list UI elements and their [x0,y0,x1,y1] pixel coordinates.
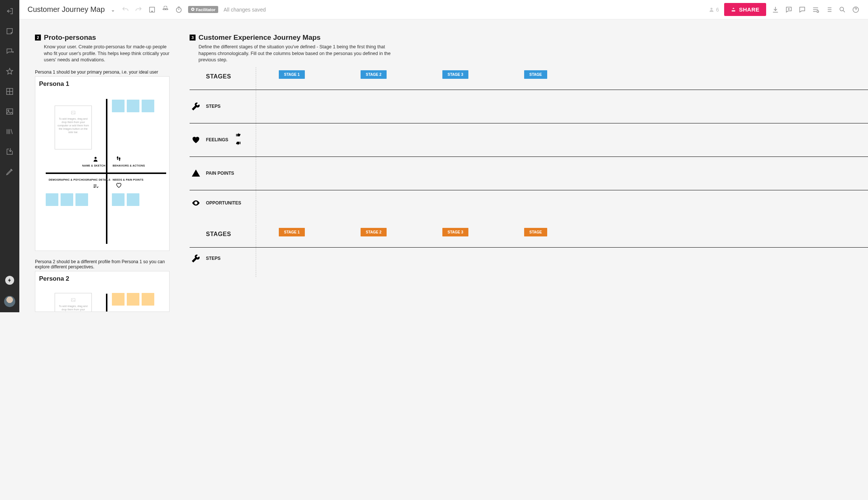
document-title[interactable]: Customer Journey Map [28,5,105,14]
list-check-icon [93,184,99,191]
sticky-note[interactable] [46,193,58,206]
heart-outline-icon [116,182,122,190]
quadrant-vline [106,99,107,244]
persona1-title: Persona 1 [39,80,165,88]
comment-arrow-icon[interactable] [5,47,14,56]
persona2-card[interactable]: Persona 2 To add images, drag and drop t… [35,271,170,312]
stage-chip[interactable]: STAGE [524,70,541,79]
quadrant-hline [46,172,166,174]
user-avatar[interactable] [4,296,15,307]
svg-point-13 [119,157,120,160]
thumbs-down-icon [236,141,241,148]
svg-point-2 [8,110,9,111]
topbar: Customer Journey Map ⌄ Facilitator All c… [19,0,541,19]
section-title: Proto-personas [44,33,96,42]
stage-chip[interactable]: STAGE 1 [279,70,305,79]
quad-label-tr: BEHAVIORS & ACTIONS [113,164,145,167]
lane-feelings[interactable]: FEELINGS [190,123,541,157]
private-mode-icon[interactable] [161,6,170,14]
journey-map-2[interactable]: STAGES STAGE 1 STAGE 2 STAGE 3 STAGE STE… [190,231,541,270]
sticky-note[interactable] [112,100,125,112]
section-proto-personas: 2 Proto-personas Know your user. Create … [35,33,170,312]
lane-steps[interactable]: STEPS [190,90,541,123]
sticky-note[interactable] [112,293,125,306]
stage-chip[interactable]: STAGE 2 [361,228,387,236]
sticky-note[interactable] [112,193,125,206]
lane-steps[interactable]: STEPS [190,247,541,270]
pointer-icon[interactable] [148,6,156,14]
svg-rect-14 [119,160,120,161]
quad-label-bl: DEMOGRAPHIC & PSYCHOGRAPHIC DETAILS [49,178,110,181]
stage-chip[interactable]: STAGE 3 [442,70,468,79]
exit-icon[interactable] [5,7,14,16]
bolt-icon[interactable] [5,276,14,285]
lane-opportunities[interactable]: OPPORTUNITES [190,190,541,216]
wrench-icon [190,254,202,263]
timer-icon[interactable] [175,6,183,14]
sticky-note[interactable] [61,193,73,206]
stages-label: STAGES [206,231,231,238]
undo-icon[interactable] [121,6,129,14]
redo-icon[interactable] [135,6,143,14]
svg-rect-12 [117,159,118,160]
save-status: All changes saved [223,7,266,13]
import-icon[interactable] [5,147,14,156]
warning-icon [190,169,202,178]
lane-pain-points[interactable]: PAIN POINTS [190,157,541,190]
section-number: 3 [190,35,196,41]
section-number: 2 [35,35,41,41]
quad-label-br: NEEDS & PAIN POINTS [113,178,143,181]
svg-point-4 [152,10,153,12]
sticky-note[interactable] [142,293,154,306]
stage-chip[interactable]: STAGE 2 [361,70,387,79]
journey-map-1[interactable]: STAGES STAGE 1 STAGE 2 STAGE 3 STAGE STE… [190,73,541,216]
sticky-note[interactable] [127,100,139,112]
stage-chip[interactable]: STAGE 3 [442,228,468,236]
persona1-card[interactable]: Persona 1 To add images, drag and drop t… [35,76,170,251]
title-chevron-down-icon[interactable]: ⌄ [110,7,116,13]
svg-point-11 [117,156,118,159]
person-icon [93,156,99,164]
sticky-group-bl [46,193,88,206]
library-icon[interactable] [5,127,14,136]
stage-chip[interactable]: STAGE 1 [279,228,305,236]
eye-icon [190,199,202,207]
wrench-icon [190,102,202,111]
sticky-note[interactable] [127,293,139,306]
left-rail [0,0,19,312]
quad-label-tl: NAME & SKETCH [82,164,105,167]
grid-icon[interactable] [5,87,14,96]
sticky-note[interactable] [142,100,154,112]
footsteps-icon [116,156,122,164]
image-drop-placeholder[interactable]: To add images, drag and drop them from y… [55,106,92,149]
persona2-title: Persona 2 [39,275,165,283]
pencil-icon[interactable] [5,167,14,176]
heart-icon [190,135,202,144]
persona2-note: Persona 2 should be a different profile … [35,259,170,270]
persona1-note: Persona 1 should be your primary persona… [35,70,170,75]
canvas[interactable]: 2 Proto-personas Know your user. Create … [19,19,541,312]
sticky-group-br [112,193,139,206]
section-title: Customer Experience Journey Maps [199,33,320,42]
thumbs-up-icon [236,132,241,139]
quadrant-vline [106,294,107,312]
sticky-note-icon[interactable] [5,27,14,36]
svg-rect-15 [71,299,75,301]
section-description: Define the different stages of the situa… [199,44,392,64]
star-icon[interactable] [5,67,14,76]
svg-rect-1 [7,109,13,114]
sticky-group-tr [112,100,154,112]
section-description: Know your user. Create proto-personas fo… [44,44,170,64]
image-drop-placeholder[interactable]: To add images, drag and drop them from y… [55,293,92,312]
stage-chip[interactable]: STAGE [524,228,541,236]
stages-label: STAGES [206,73,231,80]
image-icon[interactable] [5,107,14,116]
facilitator-badge[interactable]: Facilitator [188,6,219,13]
sticky-note[interactable] [75,193,88,206]
svg-point-10 [94,157,96,159]
section-journey-maps: 3 Customer Experience Journey Maps Defin… [190,33,541,312]
svg-rect-9 [71,111,75,114]
sticky-note[interactable] [127,193,139,206]
